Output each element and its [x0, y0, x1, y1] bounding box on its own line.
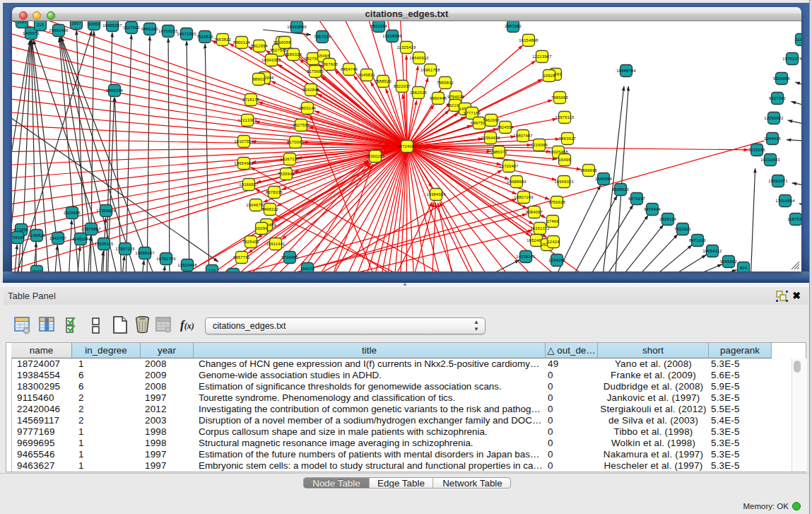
- svg-text:19218596: 19218596: [382, 34, 401, 38]
- svg-text:15466: 15466: [317, 54, 329, 58]
- svg-text:10653: 10653: [88, 22, 100, 26]
- svg-text:16099: 16099: [255, 226, 267, 230]
- svg-text:6479197: 6479197: [628, 197, 645, 201]
- svg-text:9498222: 9498222: [261, 207, 278, 211]
- svg-text:9474444: 9474444: [644, 207, 661, 211]
- svg-text:10928: 10928: [543, 74, 555, 78]
- svg-text:16549323: 16549323: [554, 180, 573, 184]
- svg-text:7986372: 7986372: [490, 150, 507, 154]
- svg-text:2718176: 2718176: [242, 98, 259, 102]
- svg-text:9227342: 9227342: [769, 96, 786, 100]
- svg-text:8186328: 8186328: [285, 52, 302, 57]
- svg-text:129: 129: [208, 269, 216, 271]
- svg-text:20691406: 20691406: [49, 28, 68, 33]
- svg-text:16911441: 16911441: [266, 242, 286, 246]
- svg-text:23975867: 23975867: [81, 227, 100, 231]
- svg-text:19654983: 19654983: [234, 161, 253, 165]
- svg-text:20364436: 20364436: [481, 136, 500, 140]
- svg-text:12975115: 12975115: [555, 115, 575, 119]
- svg-text:8960124: 8960124: [233, 40, 251, 45]
- svg-text:7625402: 7625402: [242, 240, 259, 244]
- svg-text:16782759: 16782759: [156, 257, 175, 261]
- svg-text:1640954: 1640954: [595, 177, 613, 181]
- svg-text:6216064: 6216064: [531, 143, 548, 147]
- svg-text:17466: 17466: [546, 219, 558, 223]
- svg-text:17016504: 17016504: [775, 199, 795, 203]
- svg-text:9329966: 9329966: [773, 76, 790, 81]
- svg-text:12213967: 12213967: [532, 54, 551, 59]
- svg-text:17957225: 17957225: [115, 247, 134, 251]
- svg-text:2803144: 2803144: [299, 106, 317, 110]
- svg-text:9084067: 9084067: [526, 210, 543, 214]
- svg-text:1405571: 1405571: [23, 31, 40, 35]
- svg-text:2687682: 2687682: [505, 24, 522, 28]
- svg-text:10648784: 10648784: [616, 69, 636, 73]
- svg-text:1167533: 1167533: [787, 217, 801, 221]
- svg-text:10655257: 10655257: [102, 23, 122, 28]
- svg-text:8912954: 8912954: [251, 44, 269, 48]
- svg-text:15720407: 15720407: [499, 164, 518, 168]
- svg-text:6466160: 6466160: [141, 27, 158, 31]
- svg-text:1145194: 1145194: [72, 237, 89, 241]
- svg-text:215: 215: [37, 23, 44, 27]
- svg-text:1527602: 1527602: [123, 25, 140, 30]
- svg-text:7462666: 7462666: [483, 118, 500, 122]
- svg-text:3824554: 3824554: [497, 125, 514, 129]
- svg-text:924: 924: [740, 266, 748, 270]
- svg-text:7535941: 7535941: [278, 172, 295, 176]
- svg-text:1334262: 1334262: [548, 258, 565, 262]
- svg-text:18724007: 18724007: [397, 144, 416, 148]
- svg-text:8678335: 8678335: [266, 190, 283, 194]
- svg-text:15495: 15495: [558, 158, 570, 162]
- svg-text:1937: 1937: [71, 21, 81, 25]
- svg-text:98901: 98901: [252, 77, 264, 81]
- svg-text:12213369: 12213369: [237, 118, 257, 122]
- svg-text:16058: 16058: [278, 40, 290, 45]
- svg-text:1562615: 1562615: [410, 90, 427, 95]
- svg-text:7515526: 7515526: [196, 35, 213, 39]
- svg-text:7663822: 7663822: [214, 37, 231, 42]
- svg-text:2020655: 2020655: [64, 211, 81, 215]
- svg-text:8471626: 8471626: [689, 238, 706, 243]
- svg-text:8322037: 8322037: [394, 84, 411, 88]
- svg-text:7588520: 7588520: [375, 79, 392, 83]
- svg-text:16151372: 16151372: [530, 226, 549, 230]
- svg-text:10654112: 10654112: [703, 249, 722, 253]
- svg-text:739184: 739184: [12, 235, 25, 240]
- svg-text:7955812: 7955812: [437, 81, 454, 85]
- svg-text:12424: 12424: [547, 240, 560, 244]
- svg-text:2367608: 2367608: [321, 62, 338, 66]
- svg-text:1685: 1685: [17, 21, 27, 24]
- svg-text:1244415: 1244415: [764, 136, 781, 141]
- svg-text:164233: 164233: [300, 267, 315, 271]
- svg-text:1156829: 1156829: [28, 233, 45, 238]
- svg-text:13267130: 13267130: [280, 157, 299, 161]
- svg-text:12093822: 12093822: [764, 116, 783, 120]
- svg-text:19958187: 19958187: [135, 251, 154, 255]
- svg-text:2905334: 2905334: [106, 88, 124, 93]
- svg-text:12505115: 12505115: [95, 242, 114, 246]
- svg-text:7357224: 7357224: [314, 35, 331, 39]
- svg-text:16154808: 16154808: [519, 38, 538, 42]
- svg-text:11325419: 11325419: [397, 45, 416, 49]
- svg-text:2935114: 2935114: [659, 217, 676, 221]
- svg-text:9777169: 9777169: [464, 111, 481, 115]
- svg-text:8938923: 8938923: [612, 187, 629, 192]
- svg-text:9699695: 9699695: [580, 168, 597, 173]
- svg-text:16210643: 16210643: [760, 158, 779, 162]
- svg-text:3627552: 3627552: [293, 123, 310, 127]
- svg-text:17359924: 17359924: [96, 209, 116, 213]
- svg-text:19384554: 19384554: [426, 192, 446, 197]
- svg-text:11123: 11123: [796, 37, 801, 42]
- svg-text:1943: 1943: [32, 269, 42, 271]
- svg-text:15692971: 15692971: [768, 179, 787, 183]
- svg-text:8215955: 8215955: [748, 148, 765, 152]
- svg-text:10688609: 10688609: [507, 180, 526, 184]
- svg-text:18640910: 18640910: [409, 56, 428, 60]
- svg-text:16961758: 16961758: [420, 68, 440, 72]
- svg-text:8170061: 8170061: [287, 140, 304, 144]
- svg-text:5175685: 5175685: [307, 69, 324, 74]
- svg-text:12923448: 12923448: [177, 263, 196, 267]
- svg-text:18300295: 18300295: [365, 154, 384, 158]
- svg-text:9716485: 9716485: [281, 255, 298, 259]
